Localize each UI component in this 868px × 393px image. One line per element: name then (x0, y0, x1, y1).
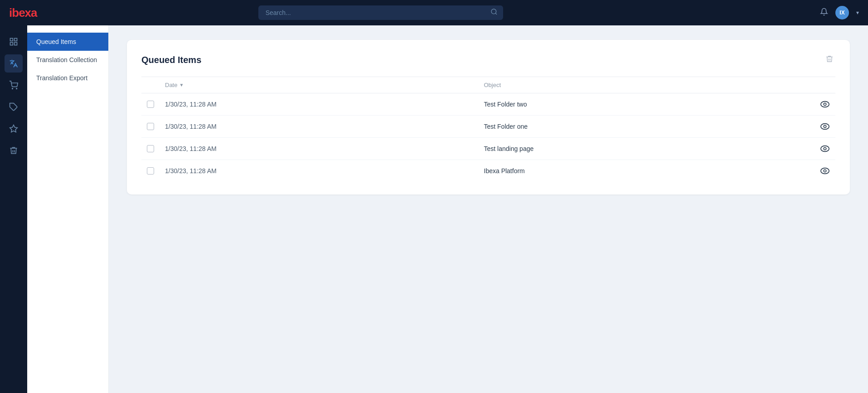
card-header: Queued Items (141, 53, 835, 68)
col-object-header: Object (484, 82, 803, 88)
col-date-header[interactable]: Date ▼ (165, 82, 484, 88)
svg-point-12 (821, 124, 829, 130)
row-view-2[interactable] (803, 145, 830, 152)
row-checkbox-1[interactable] (147, 123, 165, 130)
bell-icon[interactable] (820, 8, 828, 18)
svg-marker-9 (10, 125, 18, 132)
row-date-3: 1/30/23, 11:28 AM (165, 167, 484, 175)
sidebar-item-queued-items[interactable]: Queued Items (27, 33, 108, 51)
row-view-0[interactable] (803, 101, 830, 108)
row-object-2: Test landing page (484, 145, 803, 152)
user-avatar[interactable]: IX (835, 6, 849, 19)
sidebar-icon-star[interactable] (5, 120, 23, 138)
queued-items-card: Queued Items Date ▼ Object (127, 40, 850, 194)
svg-line-1 (495, 13, 497, 15)
search-bar (258, 5, 503, 20)
main-layout: Queued Items Translation Collection Tran… (0, 25, 868, 393)
sidebar-item-translation-export[interactable]: Translation Export (27, 69, 108, 87)
row-date-0: 1/30/23, 11:28 AM (165, 101, 484, 108)
table-row: 1/30/23, 11:28 AM Ibexa Platform (141, 160, 835, 182)
sidebar-icon-translate[interactable] (5, 54, 23, 73)
svg-rect-3 (15, 39, 17, 41)
svg-rect-5 (15, 43, 17, 45)
svg-point-6 (12, 88, 13, 89)
svg-point-17 (824, 170, 826, 172)
card-title: Queued Items (141, 55, 201, 65)
row-date-2: 1/30/23, 11:28 AM (165, 145, 484, 152)
svg-point-15 (824, 147, 826, 150)
user-dropdown-arrow[interactable]: ▾ (856, 10, 859, 16)
sub-sidebar: Queued Items Translation Collection Tran… (27, 25, 109, 393)
svg-rect-2 (10, 39, 13, 41)
content-area: Queued Items Date ▼ Object (109, 25, 868, 393)
svg-point-11 (824, 103, 826, 106)
table-header: Date ▼ Object (141, 77, 835, 93)
row-object-3: Ibexa Platform (484, 167, 803, 175)
sidebar-icon-trash[interactable] (5, 141, 23, 160)
sidebar-item-translation-collection[interactable]: Translation Collection (27, 51, 108, 69)
svg-point-14 (821, 146, 829, 152)
table-row: 1/30/23, 11:28 AM Test Folder two (141, 93, 835, 116)
topbar-right: IX ▾ (820, 6, 859, 19)
logo: ibexa (9, 6, 100, 20)
row-date-1: 1/30/23, 11:28 AM (165, 123, 484, 130)
icon-sidebar (0, 25, 27, 393)
svg-point-0 (491, 9, 496, 14)
sidebar-icon-grid[interactable] (5, 33, 23, 51)
sidebar-icon-tag[interactable] (5, 98, 23, 116)
sort-icon: ▼ (179, 82, 184, 87)
row-object-1: Test Folder one (484, 123, 803, 130)
row-checkbox-2[interactable] (147, 145, 165, 152)
table-row: 1/30/23, 11:28 AM Test Folder one (141, 116, 835, 138)
bulk-delete-icon[interactable] (824, 53, 835, 68)
row-view-3[interactable] (803, 167, 830, 175)
row-checkbox-3[interactable] (147, 167, 165, 175)
svg-point-7 (16, 88, 17, 89)
sidebar-icon-cart[interactable] (5, 76, 23, 94)
table-row: 1/30/23, 11:28 AM Test landing page (141, 138, 835, 160)
topbar: ibexa IX ▾ (0, 0, 868, 25)
row-checkbox-0[interactable] (147, 101, 165, 108)
svg-rect-4 (10, 43, 13, 45)
row-object-0: Test Folder two (484, 101, 803, 108)
row-view-1[interactable] (803, 123, 830, 130)
col-checkbox-header (147, 82, 165, 88)
svg-point-13 (824, 125, 826, 128)
search-input[interactable] (258, 5, 503, 20)
search-icon (490, 8, 498, 17)
svg-point-16 (821, 168, 829, 174)
col-actions-header (803, 82, 830, 88)
svg-point-10 (821, 102, 829, 107)
